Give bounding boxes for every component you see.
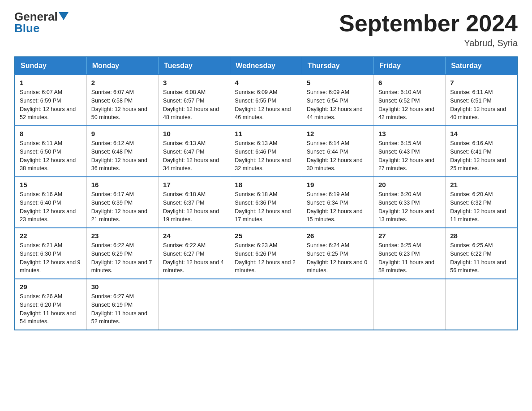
calendar-cell: 26Sunrise: 6:24 AMSunset: 6:25 PMDayligh… — [302, 228, 373, 279]
header-wednesday: Wednesday — [230, 57, 302, 75]
day-number: 10 — [163, 130, 225, 137]
day-number: 6 — [378, 79, 441, 86]
logo-triangle-icon — [59, 12, 69, 20]
day-number: 22 — [20, 232, 82, 240]
day-info: Sunrise: 6:27 AMSunset: 6:19 PMDaylight:… — [91, 292, 154, 326]
calendar-cell: 30Sunrise: 6:27 AMSunset: 6:19 PMDayligh… — [86, 279, 158, 330]
day-info: Sunrise: 6:09 AMSunset: 6:54 PMDaylight:… — [307, 88, 369, 122]
calendar-cell — [373, 279, 445, 330]
calendar-week-row: 1Sunrise: 6:07 AMSunset: 6:59 PMDaylight… — [15, 75, 517, 126]
day-number: 26 — [307, 232, 369, 240]
title-area: September 2024 Yabrud, Syria — [339, 11, 518, 48]
day-number: 15 — [20, 181, 82, 188]
day-info: Sunrise: 6:11 AMSunset: 6:51 PMDaylight:… — [450, 88, 512, 122]
day-info: Sunrise: 6:19 AMSunset: 6:34 PMDaylight:… — [307, 190, 369, 224]
day-info: Sunrise: 6:07 AMSunset: 6:58 PMDaylight:… — [91, 88, 154, 122]
day-number: 27 — [378, 232, 441, 240]
day-number: 21 — [450, 181, 512, 188]
day-info: Sunrise: 6:20 AMSunset: 6:32 PMDaylight:… — [450, 190, 512, 224]
calendar-cell: 3Sunrise: 6:08 AMSunset: 6:57 PMDaylight… — [159, 75, 230, 126]
day-number: 20 — [378, 181, 441, 188]
day-info: Sunrise: 6:14 AMSunset: 6:44 PMDaylight:… — [307, 139, 369, 173]
calendar-cell: 17Sunrise: 6:18 AMSunset: 6:37 PMDayligh… — [159, 177, 230, 228]
header-sunday: Sunday — [15, 57, 86, 75]
day-info: Sunrise: 6:15 AMSunset: 6:43 PMDaylight:… — [378, 139, 441, 173]
day-info: Sunrise: 6:22 AMSunset: 6:29 PMDaylight:… — [91, 241, 154, 275]
day-number: 17 — [163, 181, 225, 188]
logo-blue: Blue — [14, 22, 39, 34]
calendar-cell — [159, 279, 230, 330]
calendar-cell: 8Sunrise: 6:11 AMSunset: 6:50 PMDaylight… — [15, 126, 86, 177]
day-number: 8 — [20, 130, 82, 137]
calendar-cell: 6Sunrise: 6:10 AMSunset: 6:52 PMDaylight… — [373, 75, 445, 126]
calendar-cell: 12Sunrise: 6:14 AMSunset: 6:44 PMDayligh… — [302, 126, 373, 177]
calendar-cell: 2Sunrise: 6:07 AMSunset: 6:58 PMDaylight… — [86, 75, 158, 126]
day-info: Sunrise: 6:26 AMSunset: 6:20 PMDaylight:… — [20, 292, 82, 326]
day-number: 1 — [20, 79, 82, 86]
page-title: September 2024 — [339, 11, 518, 36]
day-info: Sunrise: 6:07 AMSunset: 6:59 PMDaylight:… — [20, 88, 82, 122]
day-info: Sunrise: 6:17 AMSunset: 6:39 PMDaylight:… — [91, 190, 154, 224]
day-info: Sunrise: 6:16 AMSunset: 6:40 PMDaylight:… — [20, 190, 82, 224]
day-info: Sunrise: 6:20 AMSunset: 6:33 PMDaylight:… — [378, 190, 441, 224]
day-info: Sunrise: 6:25 AMSunset: 6:22 PMDaylight:… — [450, 241, 512, 275]
header-friday: Friday — [373, 57, 445, 75]
calendar-week-row: 15Sunrise: 6:16 AMSunset: 6:40 PMDayligh… — [15, 177, 517, 228]
day-info: Sunrise: 6:13 AMSunset: 6:46 PMDaylight:… — [235, 139, 297, 173]
day-info: Sunrise: 6:13 AMSunset: 6:47 PMDaylight:… — [163, 139, 225, 173]
calendar-cell: 28Sunrise: 6:25 AMSunset: 6:22 PMDayligh… — [446, 228, 517, 279]
day-number: 13 — [378, 130, 441, 137]
day-number: 12 — [307, 130, 369, 137]
calendar-cell: 5Sunrise: 6:09 AMSunset: 6:54 PMDaylight… — [302, 75, 373, 126]
calendar-week-row: 22Sunrise: 6:21 AMSunset: 6:30 PMDayligh… — [15, 228, 517, 279]
day-number: 3 — [163, 79, 225, 86]
day-info: Sunrise: 6:21 AMSunset: 6:30 PMDaylight:… — [20, 241, 82, 275]
calendar-cell: 22Sunrise: 6:21 AMSunset: 6:30 PMDayligh… — [15, 228, 86, 279]
calendar-cell: 4Sunrise: 6:09 AMSunset: 6:55 PMDaylight… — [230, 75, 302, 126]
day-info: Sunrise: 6:23 AMSunset: 6:26 PMDaylight:… — [235, 241, 297, 275]
day-info: Sunrise: 6:24 AMSunset: 6:25 PMDaylight:… — [307, 241, 369, 275]
day-info: Sunrise: 6:08 AMSunset: 6:57 PMDaylight:… — [163, 88, 225, 122]
calendar-cell: 15Sunrise: 6:16 AMSunset: 6:40 PMDayligh… — [15, 177, 86, 228]
calendar-cell: 25Sunrise: 6:23 AMSunset: 6:26 PMDayligh… — [230, 228, 302, 279]
calendar-cell: 29Sunrise: 6:26 AMSunset: 6:20 PMDayligh… — [15, 279, 86, 330]
calendar-cell: 9Sunrise: 6:12 AMSunset: 6:48 PMDaylight… — [86, 126, 158, 177]
calendar-cell — [302, 279, 373, 330]
calendar-table: SundayMondayTuesdayWednesdayThursdayFrid… — [14, 56, 518, 330]
day-info: Sunrise: 6:10 AMSunset: 6:52 PMDaylight:… — [378, 88, 441, 122]
calendar-cell: 1Sunrise: 6:07 AMSunset: 6:59 PMDaylight… — [15, 75, 86, 126]
header-monday: Monday — [86, 57, 158, 75]
calendar-cell: 27Sunrise: 6:25 AMSunset: 6:23 PMDayligh… — [373, 228, 445, 279]
day-number: 24 — [163, 232, 225, 240]
calendar-cell — [230, 279, 302, 330]
calendar-cell: 14Sunrise: 6:16 AMSunset: 6:41 PMDayligh… — [446, 126, 517, 177]
day-info: Sunrise: 6:12 AMSunset: 6:48 PMDaylight:… — [91, 139, 154, 173]
calendar-cell: 20Sunrise: 6:20 AMSunset: 6:33 PMDayligh… — [373, 177, 445, 228]
day-number: 4 — [235, 79, 297, 86]
calendar-cell: 24Sunrise: 6:22 AMSunset: 6:27 PMDayligh… — [159, 228, 230, 279]
day-number: 30 — [91, 283, 154, 291]
day-number: 19 — [307, 181, 369, 188]
calendar-cell: 19Sunrise: 6:19 AMSunset: 6:34 PMDayligh… — [302, 177, 373, 228]
svg-marker-0 — [59, 12, 69, 20]
day-number: 14 — [450, 130, 512, 137]
day-number: 23 — [91, 232, 154, 240]
day-number: 11 — [235, 130, 297, 137]
subtitle: Yabrud, Syria — [339, 38, 518, 48]
header-tuesday: Tuesday — [159, 57, 230, 75]
calendar-cell: 13Sunrise: 6:15 AMSunset: 6:43 PMDayligh… — [373, 126, 445, 177]
day-info: Sunrise: 6:11 AMSunset: 6:50 PMDaylight:… — [20, 139, 82, 173]
day-number: 25 — [235, 232, 297, 240]
calendar-cell: 7Sunrise: 6:11 AMSunset: 6:51 PMDaylight… — [446, 75, 517, 126]
calendar-cell: 21Sunrise: 6:20 AMSunset: 6:32 PMDayligh… — [446, 177, 517, 228]
logo: General Blue — [14, 11, 69, 34]
calendar-cell: 18Sunrise: 6:18 AMSunset: 6:36 PMDayligh… — [230, 177, 302, 228]
calendar-header-row: SundayMondayTuesdayWednesdayThursdayFrid… — [15, 57, 517, 75]
day-info: Sunrise: 6:25 AMSunset: 6:23 PMDaylight:… — [378, 241, 441, 275]
calendar-cell — [446, 279, 517, 330]
logo-general: General — [14, 11, 58, 22]
header: General Blue September 2024 Yabrud, Syri… — [14, 11, 518, 48]
calendar-cell: 11Sunrise: 6:13 AMSunset: 6:46 PMDayligh… — [230, 126, 302, 177]
calendar-week-row: 29Sunrise: 6:26 AMSunset: 6:20 PMDayligh… — [15, 279, 517, 330]
day-number: 16 — [91, 181, 154, 188]
